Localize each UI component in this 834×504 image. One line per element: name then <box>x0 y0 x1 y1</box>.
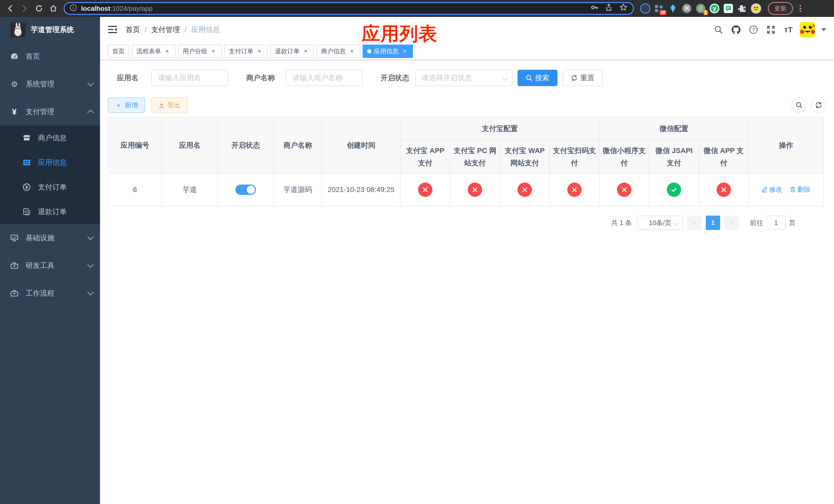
extensions-area: 10 ⌘ 1 y 更新 <box>640 2 802 15</box>
close-icon[interactable]: × <box>210 48 217 55</box>
site-info-icon[interactable] <box>70 4 77 13</box>
gear-icon: ⚙ <box>10 80 19 88</box>
sidebar-item-label: 首页 <box>26 51 93 61</box>
github-icon[interactable] <box>730 24 742 36</box>
sidebar-item-infrastructure[interactable]: 基础设施 <box>0 224 100 252</box>
page-content: 应用名 商户名称 开启状态 搜索 重置 <box>100 60 834 504</box>
chevron-down-icon <box>87 80 94 86</box>
fullscreen-icon[interactable] <box>765 24 777 36</box>
sidebar-item-home[interactable]: 首页 <box>0 43 100 70</box>
forward-icon[interactable] <box>19 2 31 15</box>
ext-gem-icon[interactable] <box>668 3 678 14</box>
status-select[interactable] <box>415 70 512 86</box>
ext-yudao-icon[interactable]: y <box>709 3 720 14</box>
avatar-caret-icon[interactable] <box>821 28 826 31</box>
home-icon[interactable] <box>47 2 60 15</box>
col-header-alipay-pc: 支付宝 PC 网站支付 <box>450 140 500 173</box>
help-icon[interactable]: ? <box>747 24 760 36</box>
sidebar-item-label: 工作流程 <box>26 289 88 298</box>
tab-refund-order[interactable]: 退款订单× <box>270 45 314 58</box>
tab-merchant-info[interactable]: 商户信息× <box>316 45 360 58</box>
browser-menu-icon[interactable] <box>799 5 801 12</box>
chevron-down-icon <box>87 233 94 240</box>
sidebar: 芋道管理系统 首页 ⚙ 系统管理 ¥ 支付管理 <box>0 17 100 504</box>
add-button[interactable]: ＋新增 <box>108 97 145 113</box>
sidebar-item-workflow[interactable]: 工作流程 <box>0 279 100 307</box>
breadcrumb-home[interactable]: 首页 <box>126 25 140 35</box>
export-button[interactable]: 导出 <box>151 97 188 113</box>
tab-home[interactable]: 首页 <box>108 45 129 58</box>
ext-recorder-icon[interactable]: 1 <box>696 3 706 14</box>
sidebar-item-label: 商户信息 <box>38 133 93 143</box>
sidebar-item-label: 退款订单 <box>38 207 93 216</box>
ext-chat-icon[interactable] <box>723 3 733 14</box>
bookmark-star-icon[interactable] <box>619 3 628 14</box>
yen-icon: ¥ <box>10 108 19 116</box>
reload-icon[interactable] <box>33 2 45 15</box>
tab-app-info[interactable]: 应用信息× <box>363 45 413 58</box>
password-key-icon[interactable] <box>590 3 598 14</box>
prev-page-button[interactable]: ‹ <box>687 215 702 230</box>
col-header-alipay-qr: 支付宝扫码支付 <box>550 140 599 173</box>
breadcrumb: 首页 / 支付管理 / 应用信息 <box>126 25 220 35</box>
font-size-icon[interactable]: ᴛT <box>782 24 794 36</box>
close-icon[interactable]: × <box>348 48 355 55</box>
sidebar-item-merchant-info[interactable]: 商户信息 <box>0 125 100 150</box>
close-icon[interactable]: × <box>163 48 171 55</box>
sidebar-item-payment[interactable]: ¥ 支付管理 <box>0 98 100 125</box>
col-header-wechat-jsapi: 微信 JSAPI 支付 <box>649 140 699 173</box>
sidebar-item-pay-order[interactable]: 支付订单 <box>0 175 100 200</box>
extensions-puzzle-icon[interactable] <box>737 3 747 14</box>
browser-toolbar: localhost:1024/pay/app 10 <box>0 0 834 17</box>
ext-emoji-icon[interactable] <box>751 3 761 14</box>
sidebar-item-system[interactable]: ⚙ 系统管理 <box>0 70 100 98</box>
sidebar-item-dev-tools[interactable]: 研发工具 <box>0 252 100 279</box>
group-header-wechat: 微信配置 <box>599 117 749 140</box>
col-header-app-id: 应用编号 <box>108 117 162 173</box>
edit-button[interactable]: 修改 <box>762 185 783 194</box>
cell-app-id: 6 <box>108 173 162 206</box>
search-button[interactable]: 搜索 <box>518 70 557 86</box>
status-badge-wechat-jsapi <box>667 183 681 197</box>
sidebar-collapse-icon[interactable] <box>108 25 117 34</box>
close-icon[interactable]: × <box>401 48 408 55</box>
goto-page-input[interactable] <box>766 215 786 230</box>
app-name-input[interactable] <box>151 70 228 86</box>
delete-button[interactable]: 删除 <box>790 185 811 194</box>
app-logo-row[interactable]: 芋道管理系统 <box>0 17 100 43</box>
toggle-search-button[interactable] <box>791 97 807 113</box>
tab-process-form[interactable]: 流程表单× <box>132 45 175 58</box>
back-icon[interactable] <box>4 2 16 15</box>
status-badge-wechat-lite <box>617 183 631 197</box>
page-number-current[interactable]: 1 <box>706 215 720 230</box>
close-icon[interactable]: × <box>256 48 263 55</box>
status-badge-alipay-wap <box>518 183 532 197</box>
close-icon[interactable]: × <box>302 48 309 55</box>
status-toggle[interactable] <box>236 185 256 195</box>
col-header-alipay-app: 支付宝 APP 支付 <box>400 140 450 173</box>
sidebar-item-refund-order[interactable]: 退款订单 <box>0 200 100 224</box>
user-avatar[interactable] <box>799 22 815 38</box>
col-header-actions: 操作 <box>749 117 824 173</box>
sidebar-item-app-info[interactable]: 应用信息 <box>0 150 100 175</box>
goto-label: 前往 <box>750 219 763 227</box>
address-bar[interactable]: localhost:1024/pay/app <box>64 2 634 15</box>
table-grid-icon <box>23 158 31 167</box>
next-page-button[interactable]: › <box>724 215 739 230</box>
col-header-app-name: 应用名 <box>162 117 218 173</box>
share-icon[interactable] <box>605 3 613 14</box>
tab-pay-order[interactable]: 支付订单× <box>224 45 268 58</box>
merchant-name-input[interactable] <box>286 70 363 86</box>
ext-command-icon[interactable]: ⌘ <box>682 3 692 14</box>
profile-avatar-icon[interactable] <box>640 3 650 14</box>
ext-collection-icon[interactable]: 10 <box>654 3 664 14</box>
refresh-button[interactable] <box>811 97 826 113</box>
search-icon[interactable] <box>712 24 725 36</box>
reset-button[interactable]: 重置 <box>563 70 603 86</box>
browser-update-button[interactable]: 更新 <box>768 2 793 15</box>
page-size-select[interactable]: 10条/页 <box>637 215 683 230</box>
tab-user-group[interactable]: 用户分组× <box>178 45 222 58</box>
pagination: 共 1 条 10条/页 ‹ 1 › 前往 页 <box>108 215 826 230</box>
filter-label-app-name: 应用名 <box>117 73 138 83</box>
svg-text:?: ? <box>752 27 755 32</box>
